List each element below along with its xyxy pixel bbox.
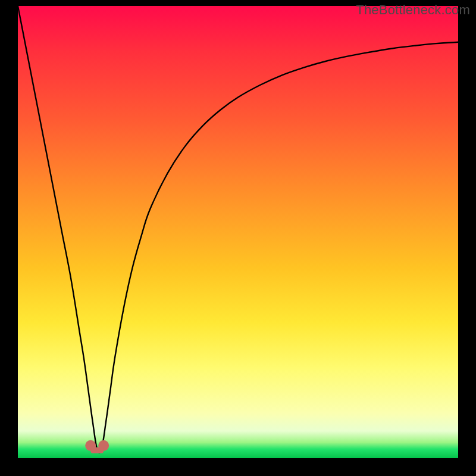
bottleneck-curve <box>18 6 458 453</box>
bottleneck-curve-svg <box>18 6 458 458</box>
svg-rect-2 <box>90 447 104 453</box>
chart-frame <box>18 6 458 458</box>
